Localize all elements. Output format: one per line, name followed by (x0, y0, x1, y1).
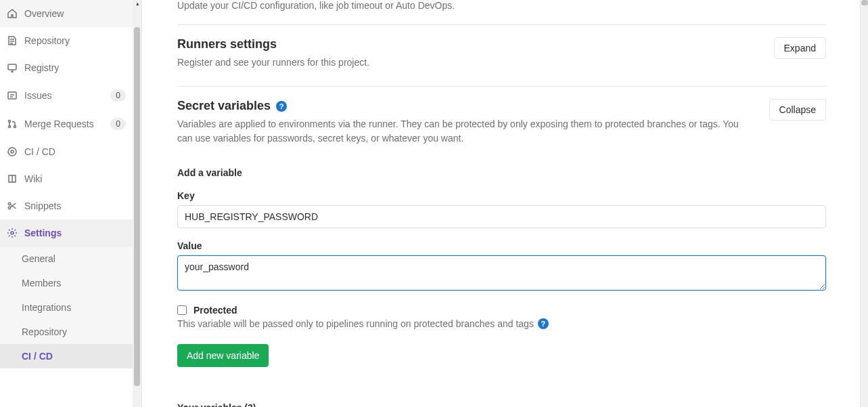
sidebar-sub-cicd[interactable]: CI / CD (0, 344, 141, 368)
add-new-variable-button[interactable]: Add new variable (177, 344, 269, 367)
sidebar-item-label: Overview (24, 8, 135, 19)
sidebar-item-settings[interactable]: Settings (0, 219, 141, 247)
add-variable-heading: Add a variable (177, 167, 826, 178)
svg-point-4 (14, 126, 16, 128)
monitor-icon (7, 62, 18, 73)
help-icon[interactable]: ? (538, 318, 549, 329)
svg-point-9 (11, 232, 14, 234)
sidebar-scrollbar[interactable]: ▴ (133, 0, 141, 407)
protected-label: Protected (193, 305, 237, 316)
scissors-icon (7, 200, 18, 211)
main-content: Update your CI/CD configuration, like jo… (142, 0, 860, 407)
sidebar-item-snippets[interactable]: Snippets (0, 192, 141, 219)
issues-count-badge: 0 (110, 89, 126, 102)
runners-desc: Register and see your runners for this p… (177, 56, 760, 70)
file-icon (7, 35, 18, 46)
sidebar-submenu: General Members Integrations Repository … (0, 247, 141, 368)
sidebar-item-label: Wiki (24, 173, 135, 184)
protected-checkbox[interactable] (177, 305, 187, 315)
sidebar-sub-integrations[interactable]: Integrations (0, 295, 141, 320)
sidebar-item-wiki[interactable]: Wiki (0, 165, 141, 192)
sidebar-item-merge-requests[interactable]: Merge Requests 0 (0, 110, 141, 138)
sidebar-item-label: Registry (24, 62, 135, 73)
gear-icon (7, 228, 18, 238)
value-label: Value (177, 240, 826, 251)
sidebar-item-issues[interactable]: Issues 0 (0, 81, 141, 110)
expand-runners-button[interactable]: Expand (774, 37, 826, 59)
sidebar-item-label: Repository (24, 35, 135, 46)
sidebar-sub-repository[interactable]: Repository (0, 320, 141, 344)
runners-title: Runners settings (177, 37, 760, 51)
sidebar-item-label: Merge Requests (24, 119, 104, 129)
home-icon (7, 8, 18, 19)
sidebar-item-label: Settings (24, 228, 135, 238)
svg-point-5 (8, 148, 16, 156)
sidebar-item-repository[interactable]: Repository (0, 27, 141, 54)
sidebar-scrollbar-thumb[interactable] (134, 27, 140, 386)
sidebar-item-label: Snippets (24, 200, 135, 211)
sidebar-item-registry[interactable]: Registry (0, 54, 141, 81)
svg-point-8 (8, 207, 10, 209)
sidebar-item-label: CI / CD (24, 146, 135, 157)
protected-help-text: This variable will be passed only to pip… (177, 318, 534, 329)
page-scrollbar-thumb[interactable] (861, 0, 868, 5)
add-variable-form: Add a variable Key Value Protected This … (177, 167, 826, 407)
help-icon[interactable]: ? (276, 101, 287, 112)
collapse-secret-button[interactable]: Collapse (769, 99, 826, 121)
secret-desc: Variables are applied to environments vi… (177, 117, 756, 146)
book-icon (7, 173, 18, 184)
svg-rect-1 (8, 92, 16, 99)
svg-point-6 (11, 150, 14, 153)
value-input[interactable] (177, 255, 826, 291)
key-input[interactable] (177, 205, 826, 228)
sidebar-item-label: Issues (24, 90, 104, 101)
your-variables-heading: Your variables (3) (177, 402, 826, 407)
secret-variables-section: Secret variables ? Variables are applied… (177, 87, 826, 407)
runners-section: Runners settings Register and see your r… (177, 25, 826, 87)
sidebar-sub-general[interactable]: General (0, 247, 141, 271)
page-scrollbar[interactable] (860, 0, 868, 407)
secret-title-text: Secret variables (177, 99, 271, 113)
sidebar-sub-members[interactable]: Members (0, 271, 141, 295)
scroll-up-arrow-icon: ▴ (136, 0, 139, 7)
issue-icon (7, 90, 18, 101)
svg-point-2 (9, 121, 11, 123)
svg-point-3 (9, 126, 11, 128)
key-label: Key (177, 190, 826, 201)
secret-title: Secret variables ? (177, 99, 756, 113)
svg-rect-0 (8, 64, 16, 70)
merge-icon (7, 119, 18, 129)
mr-count-badge: 0 (110, 118, 126, 130)
sidebar-item-cicd[interactable]: CI / CD (0, 138, 141, 165)
sidebar-item-overview[interactable]: Overview (0, 0, 141, 27)
ci-icon (7, 146, 18, 157)
general-pipelines-desc: Update your CI/CD configuration, like jo… (177, 0, 826, 25)
sidebar: Overview Repository Registry Issues 0 Me… (0, 0, 142, 407)
svg-point-7 (8, 202, 10, 205)
